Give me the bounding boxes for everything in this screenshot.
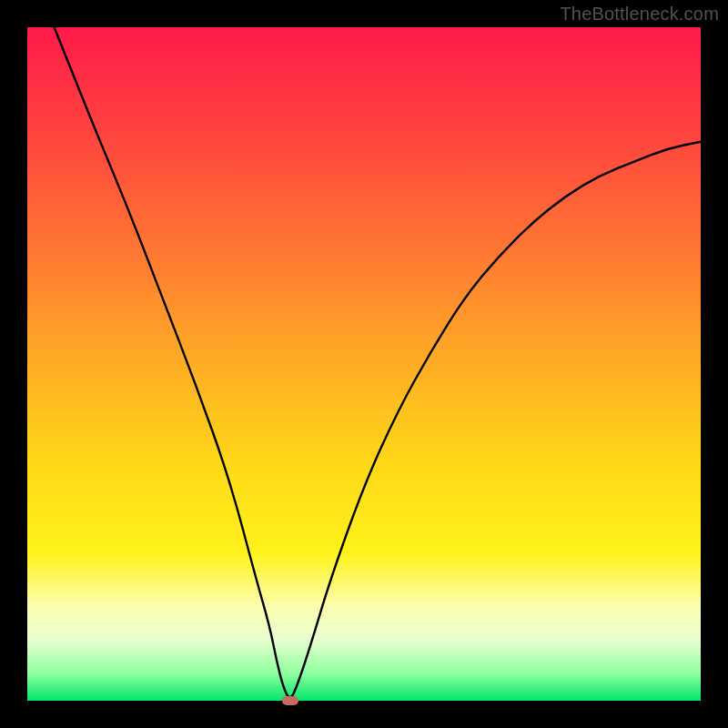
optimal-point-marker xyxy=(282,696,298,705)
bottleneck-curve-path xyxy=(55,27,701,697)
plot-area xyxy=(27,27,701,701)
watermark-text: TheBottleneck.com xyxy=(560,4,719,25)
curve-svg xyxy=(27,27,701,701)
chart-frame: TheBottleneck.com xyxy=(0,0,728,728)
